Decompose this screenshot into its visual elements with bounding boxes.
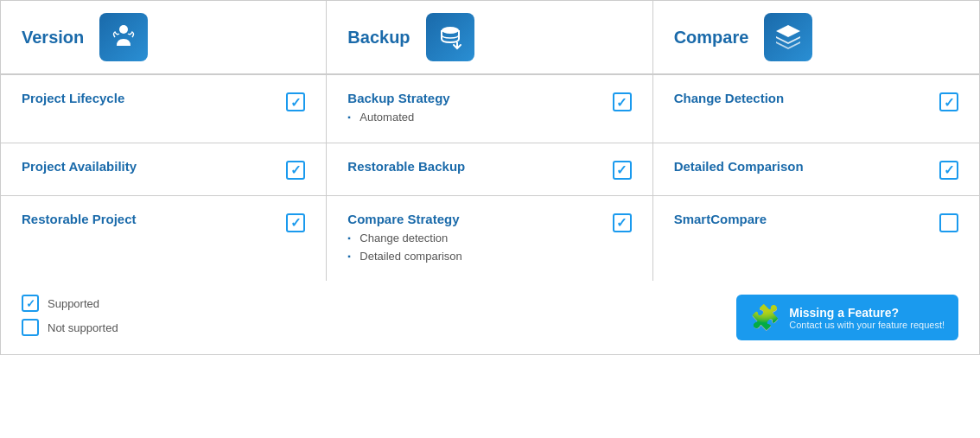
feature-title: Backup Strategy	[347, 91, 600, 105]
feature-title: Compare Strategy	[347, 212, 600, 226]
table-row: Project AvailabilityRestorable BackupDet…	[1, 143, 979, 196]
backup-label: Backup	[347, 28, 410, 48]
feature-sub-item: Automated	[347, 109, 600, 127]
header-compare: Compare	[653, 1, 979, 73]
feature-checkbox	[286, 161, 305, 180]
cell-r2-c1: Compare StrategyChange detectionDetailed…	[327, 196, 652, 282]
version-icon	[108, 22, 139, 53]
table-header: Version Backup	[1, 1, 979, 75]
cell-r1-c1: Restorable Backup	[327, 143, 652, 195]
cell-r0-c1: Backup StrategyAutomated	[327, 75, 652, 143]
header-backup: Backup	[327, 1, 652, 73]
legend-not-supported-label: Not supported	[48, 321, 118, 334]
legend-checked-icon	[22, 295, 39, 312]
feature-title: Change Detection	[674, 91, 927, 105]
legend: Supported Not supported	[1, 295, 327, 340]
compare-label: Compare	[674, 28, 749, 48]
table-footer: Supported Not supported 🧩 Missing a Feat…	[1, 281, 979, 354]
table-row: Project LifecycleBackup StrategyAutomate…	[1, 75, 979, 143]
feature-table: Version Backup	[0, 0, 980, 355]
missing-feature-title: Missing a Feature?	[789, 306, 945, 320]
feature-title: Project Availability	[22, 159, 274, 174]
feature-checkbox	[613, 161, 632, 180]
feature-title: Restorable Project	[22, 212, 274, 226]
backup-icon	[435, 22, 466, 53]
missing-feature-button[interactable]: 🧩 Missing a Feature? Contact us with you…	[736, 295, 958, 340]
version-icon-box	[99, 13, 148, 61]
legend-unchecked-icon	[22, 319, 39, 336]
legend-supported: Supported	[22, 295, 306, 312]
feature-title: Detailed Comparison	[674, 159, 927, 174]
table-row: Restorable ProjectCompare StrategyChange…	[1, 196, 979, 282]
svg-point-1	[442, 27, 459, 34]
compare-icon-box	[764, 13, 812, 61]
cell-r0-c2: Change Detection	[653, 75, 979, 143]
cell-r0-c0: Project Lifecycle	[1, 75, 327, 143]
feature-sub-item: Detailed comparison	[347, 248, 600, 266]
feature-checkbox	[613, 213, 632, 232]
svg-point-0	[119, 25, 128, 34]
feature-title: Project Lifecycle	[22, 91, 274, 105]
missing-feature-text: Missing a Feature? Contact us with your …	[789, 306, 945, 330]
feature-title: Restorable Backup	[347, 159, 600, 174]
feature-checkbox	[286, 92, 305, 111]
cell-r2-c2: SmartCompare	[653, 196, 979, 282]
legend-not-supported: Not supported	[22, 319, 306, 336]
header-version: Version	[1, 1, 327, 73]
version-label: Version	[22, 28, 84, 48]
puzzle-icon: 🧩	[750, 303, 780, 332]
feature-checkbox	[613, 92, 632, 111]
feature-title: SmartCompare	[674, 212, 927, 226]
svg-marker-3	[776, 25, 800, 37]
feature-checkbox	[286, 213, 305, 232]
feature-checkbox	[939, 213, 958, 232]
legend-supported-label: Supported	[48, 297, 99, 310]
compare-icon	[773, 22, 804, 53]
cell-r2-c0: Restorable Project	[1, 196, 327, 282]
feature-checkbox	[939, 161, 958, 180]
feature-sub-item: Change detection	[347, 230, 600, 248]
svg-marker-4	[776, 36, 800, 44]
backup-icon-box	[426, 13, 474, 61]
cell-r1-c0: Project Availability	[1, 143, 327, 195]
missing-feature-subtitle: Contact us with your feature request!	[789, 320, 945, 330]
footer-right: 🧩 Missing a Feature? Contact us with you…	[653, 295, 979, 340]
cell-r1-c2: Detailed Comparison	[653, 143, 979, 195]
feature-checkbox	[939, 92, 958, 111]
table-body: Project LifecycleBackup StrategyAutomate…	[1, 75, 979, 281]
footer-middle	[327, 295, 652, 340]
